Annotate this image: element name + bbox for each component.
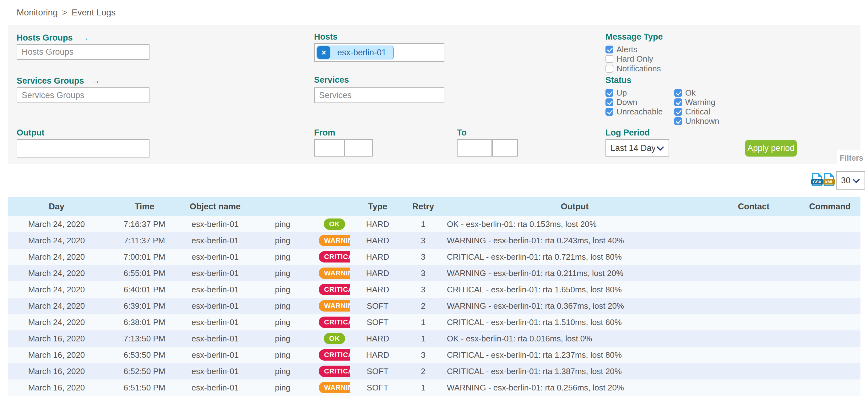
table-row[interactable]: March 24, 2020 6:38:01 PM esx-berlin-01 …: [8, 314, 861, 331]
cell-type: HARD: [350, 331, 405, 347]
table-row[interactable]: March 16, 2020 6:52:50 PM esx-berlin-01 …: [8, 363, 861, 379]
services-groups-input[interactable]: [17, 87, 150, 103]
log-period-select-wrap: Last 14 Days: [606, 139, 669, 157]
from-time-input[interactable]: [344, 139, 373, 157]
checkbox-notifications[interactable]: Notifications: [606, 64, 661, 74]
status-badge: CRITICAL: [319, 349, 350, 361]
services-groups-arrow-icon[interactable]: →: [91, 75, 100, 86]
status-badge: CRITICAL: [319, 251, 350, 262]
status-badge: CRITICAL: [319, 317, 350, 328]
col-header-day: Day: [8, 197, 105, 216]
cell-day: March 16, 2020: [8, 379, 105, 396]
cell-output: WARNING - esx-berlin-01: rta 0.367ms, lo…: [441, 298, 708, 314]
table-row[interactable]: March 24, 2020 6:55:01 PM esx-berlin-01 …: [8, 265, 861, 281]
col-header-command: Command: [799, 197, 861, 216]
table-row[interactable]: March 24, 2020 7:16:37 PM esx-berlin-01 …: [8, 216, 861, 232]
export-csv-icon[interactable]: CSV: [811, 173, 823, 188]
table-row[interactable]: March 16, 2020 6:51:50 PM esx-berlin-01 …: [8, 379, 861, 396]
cell-time: 6:39:01 PM: [105, 298, 184, 314]
cell-object-name: esx-berlin-01: [184, 216, 247, 232]
unknown-checkbox[interactable]: [674, 117, 682, 125]
cell-status: WARNING: [319, 379, 350, 396]
cell-time: 7:16:37 PM: [105, 216, 184, 232]
cell-day: March 24, 2020: [8, 281, 105, 298]
cell-status: WARNING: [319, 232, 350, 249]
cell-type: SOFT: [350, 298, 405, 314]
checkbox-down[interactable]: Down: [606, 97, 637, 107]
critical-checkbox[interactable]: [674, 108, 682, 116]
output-filter-label: Output: [17, 128, 44, 138]
table-row[interactable]: March 24, 2020 6:40:01 PM esx-berlin-01 …: [8, 281, 861, 298]
cell-command: [799, 232, 861, 249]
hosts-input[interactable]: × esx-berlin-01: [314, 43, 444, 62]
hosts-groups-arrow-icon[interactable]: →: [80, 32, 89, 42]
cell-command: [799, 281, 861, 298]
filters-tab[interactable]: Filters: [837, 150, 866, 166]
up-checkbox[interactable]: [606, 89, 613, 97]
breadcrumb-monitoring[interactable]: Monitoring: [17, 7, 58, 17]
unreachable-checkbox[interactable]: [606, 108, 613, 116]
cell-output: CRITICAL - esx-berlin-01: rta 1.650ms, l…: [441, 281, 708, 298]
status-badge: WARNING: [319, 382, 350, 393]
cell-service: ping: [247, 298, 319, 314]
notifications-checkbox[interactable]: [606, 65, 613, 73]
page-size-select[interactable]: 30: [836, 171, 865, 190]
cell-time: 7:00:01 PM: [105, 249, 184, 265]
to-date-input[interactable]: [457, 139, 492, 157]
cell-retry: 1: [405, 379, 441, 396]
alerts-checkbox[interactable]: [606, 46, 613, 53]
cell-status: WARNING: [319, 298, 350, 314]
cell-service: ping: [247, 281, 319, 298]
checkbox-hard-only[interactable]: Hard Only: [606, 54, 653, 64]
warning-checkbox[interactable]: [674, 98, 682, 106]
cell-output: OK - esx-berlin-01: rta 0.153ms, lost 20…: [441, 216, 708, 232]
col-header-service: [247, 197, 319, 216]
status-label: Status: [606, 76, 631, 85]
cell-retry: 3: [405, 265, 441, 281]
hosts-label: Hosts: [314, 32, 338, 42]
cell-status: WARNING: [319, 265, 350, 281]
cell-time: 6:38:01 PM: [105, 314, 184, 331]
apply-period-button[interactable]: Apply period: [745, 140, 797, 157]
cell-output: CRITICAL - esx-berlin-01: rta 1.510ms, l…: [441, 314, 708, 331]
hard-only-checkbox[interactable]: [606, 55, 613, 63]
checkbox-critical[interactable]: Critical: [674, 107, 710, 117]
col-header-status: [319, 197, 350, 216]
checkbox-alerts[interactable]: Alerts: [606, 45, 637, 54]
from-date-input[interactable]: [314, 139, 344, 157]
output-filter-input[interactable]: [17, 139, 150, 158]
status-badge: OK: [324, 333, 345, 344]
message-type-label: Message Type: [606, 32, 663, 42]
cell-output: CRITICAL - esx-berlin-01: rta 1.387ms, l…: [441, 363, 708, 379]
table-row[interactable]: March 16, 2020 6:53:50 PM esx-berlin-01 …: [8, 347, 861, 363]
cell-contact: [708, 363, 799, 379]
export-xml-icon[interactable]: XML: [823, 173, 835, 188]
down-checkbox[interactable]: [606, 98, 613, 106]
chip-remove-icon[interactable]: ×: [317, 46, 330, 59]
checkbox-up[interactable]: Up: [606, 88, 627, 98]
status-badge: CRITICAL: [319, 366, 350, 377]
ok-checkbox[interactable]: [674, 89, 682, 97]
cell-status: OK: [319, 331, 350, 347]
table-row[interactable]: March 24, 2020 6:39:01 PM esx-berlin-01 …: [8, 298, 861, 314]
table-row[interactable]: March 24, 2020 7:00:01 PM esx-berlin-01 …: [8, 249, 861, 265]
to-time-input[interactable]: [492, 139, 518, 157]
table-row[interactable]: March 16, 2020 7:13:50 PM esx-berlin-01 …: [8, 331, 861, 347]
cell-time: 6:53:50 PM: [105, 347, 184, 363]
cell-contact: [708, 379, 799, 396]
checkbox-unknown[interactable]: Unknown: [674, 116, 719, 126]
cell-retry: 2: [405, 363, 441, 379]
cell-time: 6:51:50 PM: [105, 379, 184, 396]
cell-retry: 3: [405, 281, 441, 298]
table-row[interactable]: March 24, 2020 7:11:37 PM esx-berlin-01 …: [8, 232, 861, 249]
cell-day: March 24, 2020: [8, 249, 105, 265]
checkbox-warning[interactable]: Warning: [674, 97, 715, 107]
hosts-groups-input[interactable]: [17, 44, 150, 60]
checkbox-unreachable[interactable]: Unreachable: [606, 107, 662, 117]
cell-day: March 24, 2020: [8, 232, 105, 249]
cell-command: [799, 379, 861, 396]
checkbox-ok[interactable]: Ok: [674, 88, 695, 98]
services-input[interactable]: [314, 87, 444, 103]
cell-retry: 1: [405, 314, 441, 331]
log-period-select[interactable]: Last 14 Days: [606, 139, 669, 157]
